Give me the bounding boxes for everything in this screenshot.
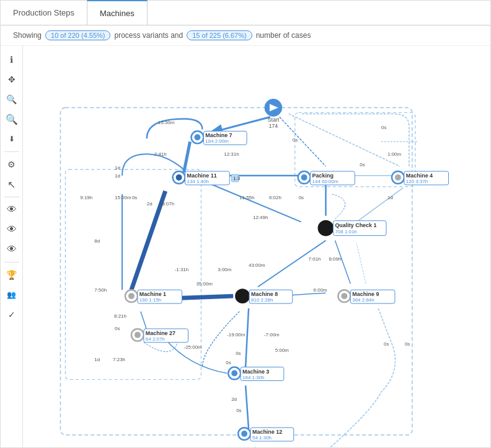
- toolbar-divider-2: [4, 197, 19, 197]
- svg-text:6:00m: 6:00m: [314, 287, 327, 293]
- zoom-in-icon[interactable]: 🔍: [3, 91, 20, 108]
- svg-text:0s: 0s: [115, 326, 120, 331]
- svg-point-20: [301, 174, 307, 181]
- svg-text:1d: 1d: [115, 173, 120, 179]
- svg-text:8:21h: 8:21h: [114, 313, 126, 319]
- toolbar-divider-3: [4, 262, 19, 262]
- svg-text:0s: 0s: [405, 341, 410, 347]
- svg-text:19:07h: 19:07h: [159, 201, 174, 207]
- eye2-icon[interactable]: 👁: [3, 221, 20, 238]
- svg-text:43:00m: 43:00m: [249, 262, 265, 268]
- trophy-icon[interactable]: 🏆: [3, 266, 20, 284]
- svg-text:35:00m: 35:00m: [196, 281, 213, 287]
- svg-point-53: [231, 370, 237, 377]
- svg-text:12:49h: 12:49h: [253, 215, 268, 220]
- svg-text:12:31h: 12:31h: [224, 151, 239, 157]
- svg-rect-1: [65, 169, 201, 379]
- svg-text:708  1:01h: 708 1:01h: [335, 229, 356, 235]
- download-icon[interactable]: ⬇: [3, 130, 20, 148]
- svg-text:2:41h: 2:41h: [154, 151, 167, 157]
- svg-text:134  1:40h: 134 1:40h: [187, 179, 209, 184]
- svg-text:3:00m: 3:00m: [218, 267, 231, 272]
- svg-text:9:19h: 9:19h: [80, 195, 92, 200]
- svg-text:2d: 2d: [147, 201, 153, 207]
- svg-point-8: [194, 134, 200, 140]
- svg-text:0s: 0s: [236, 351, 241, 356]
- svg-text:Machine 9: Machine 9: [352, 291, 379, 297]
- tab-bar: Production Steps Machines: [1, 1, 490, 25]
- svg-text:144  60:00m: 144 60:00m: [312, 179, 338, 184]
- svg-text:7:23h: 7:23h: [113, 357, 125, 362]
- process-diagram-svg: Start 174 Machine 7 184 2:00m Machine 11…: [23, 46, 490, 447]
- svg-text:174: 174: [268, 123, 278, 129]
- filter-bar: Showing 10 of 220 (4.55%) process varian…: [1, 25, 490, 46]
- svg-text:184  2:00m: 184 2:00m: [205, 138, 229, 144]
- svg-text:8d: 8d: [94, 238, 100, 244]
- tab-machines[interactable]: Machines: [87, 0, 148, 25]
- svg-text:0s: 0s: [384, 341, 389, 347]
- svg-text:7:50h: 7:50h: [94, 287, 107, 293]
- svg-text:Machine 11: Machine 11: [187, 172, 217, 179]
- svg-text:Machine 1: Machine 1: [139, 291, 166, 297]
- svg-text:0s: 0s: [226, 360, 231, 365]
- svg-text:7:01h: 7:01h: [309, 256, 321, 262]
- info-icon[interactable]: ℹ: [3, 51, 20, 68]
- svg-text:8:09h: 8:09h: [329, 256, 341, 262]
- zoom-out-icon[interactable]: 🔍: [3, 110, 20, 128]
- svg-point-13: [176, 174, 182, 181]
- filter-text-between: process variants and: [114, 31, 183, 40]
- svg-text:Machine 27: Machine 27: [146, 330, 175, 336]
- svg-text:-25:00m: -25:00m: [184, 344, 203, 350]
- svg-text:6:02h: 6:02h: [269, 195, 281, 200]
- tab-production-steps[interactable]: Production Steps: [1, 1, 87, 25]
- svg-text:-19:00m: -19:00m: [227, 332, 246, 338]
- svg-text:1d: 1d: [94, 357, 100, 362]
- svg-text:1:00m: 1:00m: [387, 151, 401, 157]
- svg-text:0s: 0s: [360, 162, 365, 168]
- svg-text:0s: 0s: [293, 137, 298, 143]
- toolbar-divider-1: [4, 151, 19, 152]
- svg-text:364  2:84h: 364 2:84h: [352, 297, 374, 303]
- svg-point-43: [341, 293, 347, 299]
- svg-text:1d: 1d: [387, 195, 393, 200]
- eye3-icon[interactable]: 👁: [3, 241, 20, 258]
- svg-text:Machine 4: Machine 4: [406, 172, 433, 179]
- svg-text:190  1:15h: 190 1:15h: [139, 297, 161, 303]
- content-area: ℹ ✥ 🔍 🔍 ⬇ ⚙ ↖ 👁 👁 👁 🏆 👥 ✓: [1, 46, 490, 447]
- settings-icon[interactable]: ⚙: [3, 156, 20, 173]
- check-icon[interactable]: ✓: [3, 306, 20, 323]
- svg-text:Quality Check 1: Quality Check 1: [335, 222, 376, 228]
- cursor-icon[interactable]: ↖: [3, 176, 20, 193]
- svg-text:0s: 0s: [381, 125, 386, 130]
- canvas-area: Start 174 Machine 7 184 2:00m Machine 11…: [23, 46, 490, 447]
- users-icon[interactable]: 👥: [3, 286, 20, 303]
- svg-text:Machine 12: Machine 12: [252, 429, 282, 435]
- svg-text:11:55h: 11:55h: [239, 195, 254, 200]
- main-container: Production Steps Machines Showing 10 of …: [0, 0, 491, 448]
- svg-text:54  1:30h: 54 1:30h: [252, 435, 272, 441]
- svg-text:-7:00m: -7:00m: [264, 332, 280, 338]
- svg-text:-1:31h: -1:31h: [175, 267, 189, 272]
- filter-badge-cases: 15 of 225 (6.67%): [187, 30, 252, 40]
- svg-point-34: [128, 293, 135, 299]
- svg-point-48: [135, 332, 141, 338]
- svg-text:64  2:07h: 64 2:07h: [146, 336, 165, 342]
- filter-text-before: Showing: [13, 31, 42, 40]
- svg-point-25: [395, 174, 401, 181]
- move-icon[interactable]: ✥: [3, 71, 20, 88]
- svg-point-29: [319, 221, 334, 236]
- svg-text:Machine 7: Machine 7: [205, 132, 232, 138]
- svg-point-58: [241, 431, 247, 437]
- svg-text:15:00m: 15:00m: [115, 195, 131, 200]
- svg-point-38: [236, 289, 249, 303]
- svg-text:Machine 8: Machine 8: [251, 291, 278, 297]
- svg-text:0s: 0s: [299, 195, 304, 200]
- filter-badge-variants: 10 of 220 (4.55%): [45, 30, 110, 40]
- svg-text:Start: Start: [267, 117, 279, 123]
- eye1-icon[interactable]: 👁: [3, 201, 20, 218]
- svg-text:120  3:37h: 120 3:37h: [406, 179, 428, 184]
- svg-text:0s: 0s: [236, 408, 241, 413]
- svg-text:1d: 1d: [115, 165, 120, 171]
- svg-text:15:30m: 15:30m: [158, 120, 175, 125]
- filter-text-after: number of cases: [256, 31, 311, 40]
